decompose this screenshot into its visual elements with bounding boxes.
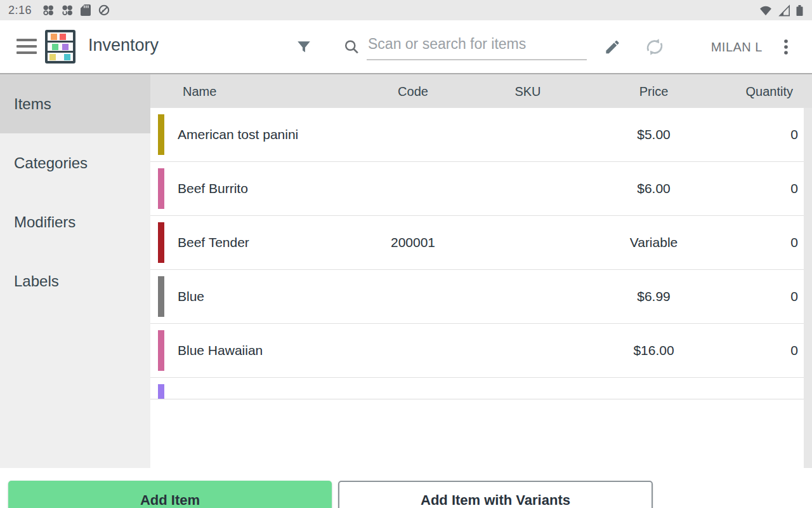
search-input[interactable] [367, 33, 587, 60]
item-price: $6.00 [566, 181, 741, 196]
overflow-icon[interactable] [778, 37, 794, 57]
table-row[interactable]: Blue Hawaiian $16.00 0 [150, 324, 812, 378]
menu-icon[interactable] [16, 39, 37, 55]
item-price: $6.99 [566, 289, 741, 304]
search-icon[interactable] [343, 38, 360, 55]
status-indicators [754, 4, 804, 17]
item-price: $5.00 [566, 127, 741, 142]
table-row[interactable]: Blue $6.99 0 [150, 270, 812, 324]
user-menu[interactable]: MILAN L [711, 40, 763, 55]
footer-bar: Add Item Add Item with Variants [0, 468, 812, 508]
table-row[interactable]: American tost panini $5.00 0 [150, 108, 812, 162]
sidebar-item-items[interactable]: Items [0, 74, 150, 133]
filter-icon[interactable] [296, 39, 312, 55]
battery-icon [796, 4, 804, 17]
col-header-code: Code [350, 84, 476, 98]
sync-icon[interactable] [643, 36, 666, 58]
add-item-button[interactable]: Add Item [8, 481, 332, 508]
item-quantity: 0 [790, 343, 798, 358]
wifi-icon [759, 4, 773, 17]
item-list-panel: Name Code SKU Price Quantity American to… [150, 74, 812, 468]
item-price: Variable [566, 235, 741, 250]
add-item-with-variants-button[interactable]: Add Item with Variants [338, 481, 653, 508]
table-row[interactable]: Beef Tender 200001 Variable 0 [150, 216, 812, 270]
app-logo-icon [45, 30, 75, 64]
status-bar: 2:16 [0, 0, 812, 20]
sidebar-item-modifiers[interactable]: Modifiers [0, 192, 150, 251]
item-quantity: 0 [790, 127, 798, 142]
content-area: Items Categories Modifiers Labels Name C… [0, 73, 812, 468]
app-dots-sync-icon [61, 4, 74, 17]
item-quantity: 0 [790, 289, 798, 304]
edit-icon[interactable] [604, 38, 621, 55]
item-color-stripe [158, 384, 164, 399]
item-name: Beef Burrito [178, 181, 248, 196]
col-header-quantity: Quantity [746, 84, 793, 98]
item-quantity: 0 [790, 181, 798, 196]
item-color-stripe [158, 330, 164, 371]
search-field-wrap [367, 20, 587, 73]
table-row-partial[interactable] [150, 378, 812, 399]
sidebar-item-categories[interactable]: Categories [0, 133, 150, 192]
sidebar-item-labels[interactable]: Labels [0, 251, 150, 311]
app-bar: Inventory MILAN L [0, 20, 812, 73]
item-name: Blue [178, 289, 204, 304]
data-saver-icon [98, 4, 110, 17]
item-color-stripe [158, 168, 164, 209]
scrollbar-track[interactable] [804, 108, 812, 468]
item-code: 200001 [350, 235, 476, 250]
item-rows: American tost panini $5.00 0 Beef Burrit… [150, 108, 812, 399]
item-color-stripe [158, 222, 164, 263]
item-price: $16.00 [566, 343, 741, 358]
item-quantity: 0 [790, 235, 798, 250]
clock: 2:16 [8, 4, 32, 17]
page-title: Inventory [88, 36, 159, 55]
item-name: Blue Hawaiian [178, 343, 263, 358]
app-dots-icon [42, 4, 55, 17]
sd-card-icon [80, 4, 91, 17]
cell-signal-icon [777, 4, 791, 17]
item-color-stripe [158, 276, 164, 317]
table-row[interactable]: Beef Burrito $6.00 0 [150, 162, 812, 216]
item-color-stripe [158, 114, 164, 155]
col-header-price: Price [566, 84, 741, 98]
item-name: American tost panini [178, 127, 298, 142]
table-header: Name Code SKU Price Quantity [150, 74, 812, 108]
col-header-name: Name [183, 84, 216, 98]
item-name: Beef Tender [178, 235, 249, 250]
sidebar: Items Categories Modifiers Labels [0, 74, 150, 468]
